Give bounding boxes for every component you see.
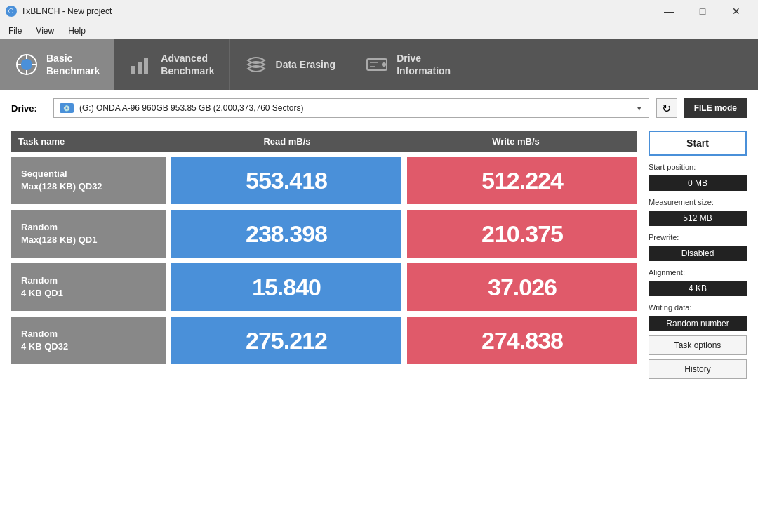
tab-advanced-benchmark[interactable]: AdvancedBenchmark <box>114 39 229 90</box>
table-header: Task name Read mB/s Write mB/s <box>11 131 637 152</box>
menu-view[interactable]: View <box>30 25 60 37</box>
svg-point-1 <box>21 59 32 70</box>
start-button[interactable]: Start <box>649 131 747 156</box>
read-value-3: 275.212 <box>171 317 401 364</box>
prewrite-value: Disabled <box>649 246 747 261</box>
chevron-down-icon: ▼ <box>636 105 643 112</box>
basic-benchmark-icon <box>14 52 39 77</box>
table-row: Random4 KB QD32 275.212 274.838 <box>11 317 637 364</box>
task-name-2: Random4 KB QD1 <box>11 263 166 311</box>
alignment-value: 4 KB <box>649 281 747 296</box>
window-controls: — □ ✕ <box>653 1 752 21</box>
col-write: Write mB/s <box>401 136 630 147</box>
menu-help[interactable]: Help <box>62 25 91 37</box>
tab-basic-benchmark-label: BasicBenchmark <box>46 52 100 77</box>
tab-bar: BasicBenchmark AdvancedBenchmark Data Er… <box>0 39 758 90</box>
advanced-benchmark-icon <box>128 52 154 77</box>
close-button[interactable]: ✕ <box>720 1 752 21</box>
task-name-0: SequentialMax(128 KB) QD32 <box>11 157 166 204</box>
drive-label: Drive: <box>11 103 46 114</box>
drive-value: (G:) ONDA A-96 960GB 953.85 GB (2,000,37… <box>79 103 304 113</box>
refresh-button[interactable]: ↻ <box>656 98 677 118</box>
task-options-button[interactable]: Task options <box>649 335 747 355</box>
read-value-0: 553.418 <box>171 157 401 204</box>
read-value-1: 238.398 <box>171 210 401 258</box>
data-erasing-icon <box>244 52 269 77</box>
table-row: SequentialMax(128 KB) QD32 553.418 512.2… <box>11 157 637 204</box>
write-value-2: 37.026 <box>407 263 637 311</box>
write-value-0: 512.224 <box>407 157 637 204</box>
read-value-2: 15.840 <box>171 263 401 311</box>
write-value-1: 210.375 <box>407 210 637 258</box>
svg-rect-6 <box>131 66 135 74</box>
benchmark-section: Task name Read mB/s Write mB/s Sequentia… <box>11 131 747 379</box>
task-name-3: Random4 KB QD32 <box>11 317 166 364</box>
history-button[interactable]: History <box>649 359 747 379</box>
minimize-button[interactable]: — <box>653 1 685 21</box>
menu-bar: File View Help <box>0 22 758 39</box>
benchmark-table: Task name Read mB/s Write mB/s Sequentia… <box>11 131 637 370</box>
svg-rect-7 <box>138 62 142 74</box>
prewrite-label: Prewrite: <box>649 233 747 241</box>
measurement-size-label: Measurement size: <box>649 198 747 206</box>
drive-information-icon <box>364 52 390 77</box>
alignment-label: Alignment: <box>649 268 747 277</box>
tab-drive-information[interactable]: DriveInformation <box>350 39 465 90</box>
main-content: Drive: 💿 (G:) ONDA A-96 960GB 953.85 GB … <box>0 90 758 532</box>
table-row: RandomMax(128 KB) QD1 238.398 210.375 <box>11 210 637 258</box>
drive-row: Drive: 💿 (G:) ONDA A-96 960GB 953.85 GB … <box>11 98 747 118</box>
writing-data-label: Writing data: <box>649 303 747 312</box>
right-panel: Start Start position: 0 MB Measurement s… <box>649 131 747 379</box>
svg-rect-8 <box>144 58 148 74</box>
drive-icon: 💿 <box>60 103 74 113</box>
file-mode-button[interactable]: FILE mode <box>684 98 747 118</box>
window-title: TxBENCH - New project <box>21 6 112 16</box>
tab-data-erasing[interactable]: Data Erasing <box>230 39 351 90</box>
measurement-size-value: 512 MB <box>649 211 747 226</box>
maximize-button[interactable]: □ <box>686 1 719 21</box>
write-value-3: 274.838 <box>407 317 637 364</box>
app-icon: ⏱ <box>6 6 17 17</box>
col-task-name: Task name <box>18 136 173 147</box>
title-bar: ⏱ TxBENCH - New project — □ ✕ <box>0 0 758 22</box>
task-name-1: RandomMax(128 KB) QD1 <box>11 210 166 258</box>
tab-advanced-benchmark-label: AdvancedBenchmark <box>161 52 214 77</box>
table-row: Random4 KB QD1 15.840 37.026 <box>11 263 637 311</box>
writing-data-value: Random number <box>649 316 747 331</box>
tab-basic-benchmark[interactable]: BasicBenchmark <box>0 39 114 90</box>
drive-select[interactable]: 💿 (G:) ONDA A-96 960GB 953.85 GB (2,000,… <box>53 98 649 118</box>
col-read: Read mB/s <box>173 136 401 147</box>
tab-data-erasing-label: Data Erasing <box>276 58 336 71</box>
tab-drive-information-label: DriveInformation <box>397 52 451 77</box>
svg-point-10 <box>382 62 386 67</box>
start-position-value: 0 MB <box>649 175 747 191</box>
menu-file[interactable]: File <box>3 25 27 37</box>
start-position-label: Start position: <box>649 163 747 171</box>
